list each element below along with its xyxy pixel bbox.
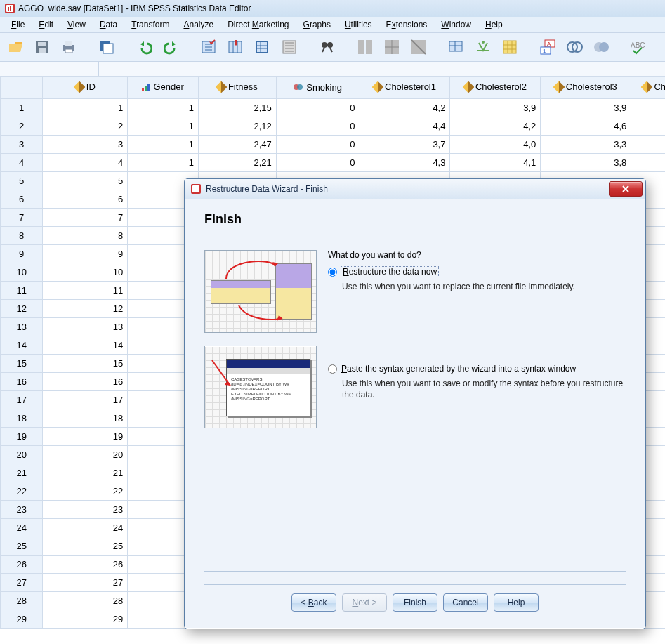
grid-cell[interactable]: 3,8 [541, 154, 631, 172]
grid-cell[interactable]: 16 [43, 373, 128, 391]
grid-cell[interactable]: 0 [276, 117, 360, 136]
col-header-id[interactable]: ID [43, 77, 128, 99]
row-header[interactable]: 5 [1, 172, 43, 190]
row-header[interactable]: 11 [1, 282, 43, 300]
save-icon[interactable] [31, 36, 53, 58]
row-header[interactable]: 1 [1, 99, 43, 117]
grid-cell[interactable]: 1 [43, 99, 128, 117]
grid-cell[interactable]: 17 [43, 391, 128, 409]
row-header[interactable]: 7 [1, 209, 43, 227]
grid-cell[interactable]: 14 [43, 336, 128, 355]
grid-cell[interactable]: 4,2 [450, 117, 541, 136]
spellcheck-icon[interactable]: ABC [628, 36, 650, 58]
col-header-chol1[interactable]: Cholesterol1 [360, 77, 450, 99]
grid-cell[interactable]: 3,7 [360, 136, 450, 154]
grid-cell[interactable]: 6 [43, 190, 128, 209]
use-sets-icon[interactable] [472, 36, 494, 58]
grid-cell[interactable]: 9 [43, 245, 128, 263]
grid-cell[interactable]: 1 [128, 136, 199, 154]
grid-cell[interactable]: 10 [43, 263, 128, 282]
value-labels-icon[interactable] [445, 36, 468, 58]
chart-builder2-icon[interactable] [590, 36, 612, 58]
grid-cell[interactable]: 4,0 [450, 136, 541, 154]
menu-edit[interactable]: Edit [32, 18, 60, 31]
help-button[interactable]: Help [494, 593, 539, 612]
row-header[interactable]: 26 [1, 556, 43, 574]
grid-cell[interactable]: 22 [43, 482, 128, 501]
row-header[interactable]: 6 [1, 190, 43, 209]
row-header[interactable]: 10 [1, 263, 43, 282]
find-icon[interactable] [316, 36, 338, 58]
menu-analyze[interactable]: Analyze [176, 18, 220, 31]
grid-cell[interactable]: 3,9 [541, 99, 631, 117]
menu-utilities[interactable]: Utilities [338, 18, 379, 31]
grid-cell[interactable]: 4,6 [541, 117, 631, 136]
row-header[interactable]: 22 [1, 482, 43, 501]
grid-cell[interactable]: 1 [128, 99, 199, 117]
cell-name-box[interactable] [0, 62, 99, 77]
col-header-chol4[interactable]: Choleste [631, 77, 665, 99]
radio-restructure-now[interactable] [328, 268, 337, 277]
row-header[interactable]: 8 [1, 227, 43, 245]
grid-cell[interactable]: 4,1 [450, 154, 541, 172]
grid-cell[interactable]: 0 [276, 154, 360, 172]
open-icon[interactable] [4, 36, 27, 58]
grid-cell[interactable]: 2,15 [198, 99, 276, 117]
grid-cell[interactable]: 26 [43, 556, 128, 574]
radio-paste-syntax[interactable] [328, 364, 337, 374]
row-header[interactable]: 27 [1, 574, 43, 592]
row-header[interactable]: 19 [1, 428, 43, 446]
grid-cell[interactable]: 2,12 [198, 117, 276, 136]
row-header[interactable]: 4 [1, 154, 43, 172]
row-header[interactable]: 25 [1, 537, 43, 556]
back-button[interactable]: < Back [291, 593, 336, 612]
menu-view[interactable]: View [60, 18, 93, 31]
row-header[interactable]: 23 [1, 501, 43, 519]
grid-cell[interactable]: 28 [43, 592, 128, 610]
menu-file[interactable]: File [4, 18, 32, 31]
grid-cell[interactable]: 18 [43, 409, 128, 428]
undo-icon[interactable] [133, 36, 156, 58]
grid-cell[interactable]: 4,2 [360, 99, 450, 117]
grid-cell[interactable]: 5 [43, 172, 128, 190]
menu-data[interactable]: Data [93, 18, 124, 31]
run-descriptives-icon[interactable] [278, 36, 301, 58]
row-header[interactable]: 18 [1, 409, 43, 428]
grid-cell[interactable]: 3,9 [450, 99, 541, 117]
grid-cell[interactable]: 2,47 [198, 136, 276, 154]
dialog-titlebar[interactable]: Restructure Data Wizard - Finish [185, 179, 645, 199]
grid-cell[interactable]: 4,4 [360, 117, 450, 136]
grid-cell[interactable]: 20 [43, 446, 128, 464]
row-header[interactable]: 16 [1, 373, 43, 391]
grid-cell[interactable]: 27 [43, 574, 128, 592]
menu-transform[interactable]: Transform [124, 18, 176, 31]
grid-cell[interactable] [631, 117, 665, 136]
row-header[interactable]: 28 [1, 592, 43, 610]
row-header[interactable]: 13 [1, 318, 43, 336]
row-header[interactable]: 15 [1, 355, 43, 373]
row-header[interactable]: 24 [1, 519, 43, 537]
menu-direct-marketing[interactable]: Direct Marketing [220, 18, 296, 31]
grid-cell[interactable]: 15 [43, 355, 128, 373]
col-header-fitness[interactable]: Fitness [198, 77, 276, 99]
grid-cell[interactable]: 19 [43, 428, 128, 446]
row-header[interactable]: 20 [1, 446, 43, 464]
grid-cell[interactable]: 12 [43, 300, 128, 318]
col-header-smoking[interactable]: Smoking [276, 77, 360, 99]
grid-cell[interactable]: 1 [128, 154, 199, 172]
cancel-button[interactable]: Cancel [443, 593, 488, 612]
print-icon[interactable] [58, 36, 80, 58]
row-header[interactable]: 3 [1, 136, 43, 154]
row-header[interactable]: 29 [1, 610, 43, 629]
show-variables-icon[interactable]: A1 [536, 36, 559, 58]
grid-cell[interactable]: 8 [43, 227, 128, 245]
finish-button[interactable]: Finish [393, 593, 437, 612]
corner-cell[interactable] [1, 77, 43, 99]
goto-variable-icon[interactable] [225, 36, 247, 58]
grid-cell[interactable]: 23 [43, 501, 128, 519]
close-button[interactable] [609, 181, 643, 197]
cell-value-box[interactable] [99, 62, 665, 77]
chart-builder-icon[interactable] [563, 36, 586, 58]
grid-cell[interactable]: 0 [276, 99, 360, 117]
grid-cell[interactable]: 11 [43, 282, 128, 300]
